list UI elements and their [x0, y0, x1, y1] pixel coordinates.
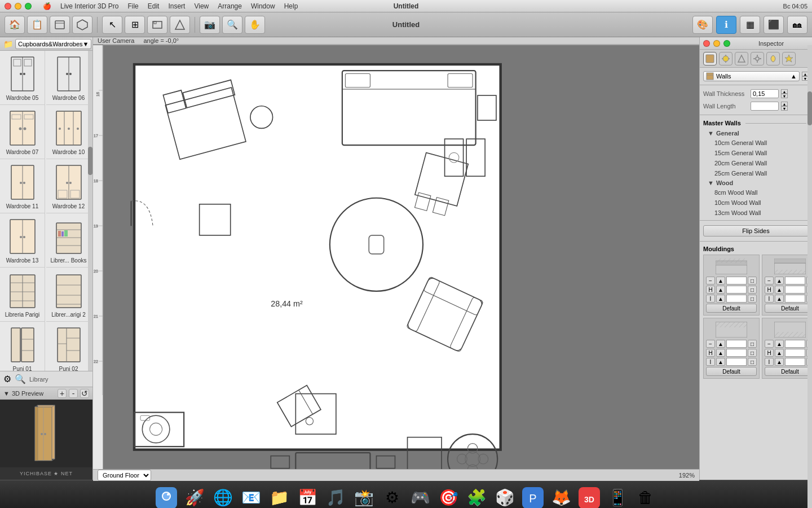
zoom-out-button[interactable]: - — [69, 389, 78, 398]
menu-edit[interactable]: Edit — [148, 2, 160, 10]
dock-app6[interactable]: 🦊 — [548, 485, 574, 509]
moulding-istep-up-4[interactable]: ▲ — [775, 358, 784, 366]
wall-thickness-input[interactable] — [751, 89, 779, 98]
inspector-tab-gear[interactable] — [751, 52, 764, 65]
moulding-input-2[interactable] — [785, 277, 805, 284]
sidebar-folder-icon[interactable]: 📁 — [3, 40, 13, 49]
moulding-hstep-up-1[interactable]: ▲ — [716, 286, 725, 294]
wall-length-input[interactable] — [751, 102, 779, 111]
moulding-hstep-btn-3[interactable]: □ — [748, 349, 757, 357]
floor-plan-viewport[interactable]: 28,44 m² — [103, 45, 699, 469]
preview-header[interactable]: ▼ 3D Preview + - ↺ — [0, 387, 92, 400]
menu-app[interactable]: Live Interior 3D Pro — [60, 2, 118, 10]
sidebar-item-wardrobe06[interactable]: Wardrobe 06 — [46, 51, 91, 105]
moulding-hstep-up-3[interactable]: ▲ — [716, 349, 725, 357]
toolbar-home[interactable]: 🏠 — [5, 16, 25, 34]
moulding-h-input-1[interactable] — [726, 286, 747, 294]
settings-icon[interactable]: ⚙ — [3, 374, 11, 384]
inspector-tab-light2[interactable] — [766, 52, 780, 65]
moulding-istep-btn-3[interactable]: □ — [748, 358, 757, 366]
sidebar-item-libreria-books[interactable]: Librer... Books — [46, 213, 91, 268]
inspector-maximize[interactable] — [723, 40, 730, 47]
toolbar-2d[interactable]: ▦ — [740, 16, 760, 34]
toolbar-camera[interactable]: 📷 — [200, 16, 220, 34]
inspector-tab-lighting[interactable] — [719, 52, 732, 65]
sidebar-item-libreria-arigi2[interactable]: Librer...arigi 2 — [46, 268, 91, 322]
walls-dropdown[interactable]: Walls ▲ — [703, 71, 800, 81]
sidebar-item-wardrobe05[interactable]: Wardrobe 05 — [0, 51, 45, 105]
inspector-tab-materials[interactable] — [735, 52, 748, 65]
general-wall-15[interactable]: 15cm General Wall — [708, 148, 809, 158]
inspector-tab-object[interactable] — [703, 52, 717, 65]
toolbar-select[interactable]: ↖ — [102, 16, 122, 34]
general-wall-20[interactable]: 20cm General Wall — [708, 158, 809, 168]
moulding-hstep-btn-1[interactable]: □ — [748, 286, 757, 294]
wall-length-up[interactable]: ▲ — [781, 102, 788, 106]
moulding-input-3[interactable] — [726, 340, 747, 348]
wall-thickness-up[interactable]: ▲ — [781, 89, 788, 94]
moulding-h-input-3[interactable] — [726, 349, 747, 357]
dock-itunes[interactable]: 🎵 — [323, 485, 348, 509]
category-dropdown[interactable]: Cupboards&Wardrobes ▼ — [15, 39, 91, 49]
dock-photos[interactable]: 📸 — [351, 485, 377, 509]
moulding-minus-4[interactable]: − — [765, 340, 774, 348]
moulding-default-btn-4[interactable]: Default — [765, 367, 812, 376]
toolbar-wall[interactable] — [147, 16, 167, 34]
wood-header[interactable]: ▼ Wood — [708, 178, 809, 187]
moulding-i-input-2[interactable] — [785, 295, 805, 303]
sidebar-item-puni02[interactable]: Puni 02 — [46, 322, 91, 371]
sidebar-item-wardrobe12[interactable]: Wardrobe 12 — [46, 159, 91, 213]
dock-app5[interactable]: P — [520, 485, 546, 509]
menu-arrange[interactable]: Arrange — [218, 2, 242, 10]
general-header[interactable]: ▼ General — [708, 129, 809, 138]
toolbar-shape[interactable] — [170, 16, 190, 34]
moulding-stepper-up-4[interactable]: ▲ — [775, 340, 784, 348]
moulding-h-input-4[interactable] — [785, 349, 805, 357]
sidebar-item-libreria-parigi[interactable]: Libreria Parigi — [0, 268, 45, 322]
menu-view[interactable]: View — [194, 2, 209, 10]
menu-bar[interactable]: 🍎 Live Interior 3D Pro File Edit Insert … — [43, 2, 298, 10]
moulding-hstep-up-2[interactable]: ▲ — [775, 286, 784, 294]
inspector-scrollbar[interactable] — [807, 45, 812, 508]
minimize-button[interactable] — [15, 3, 21, 10]
moulding-stepper-btn-1[interactable]: □ — [748, 277, 757, 284]
moulding-input-1[interactable] — [726, 277, 747, 284]
sidebar-item-wardrobe07[interactable]: Wardrobe 07 — [0, 105, 45, 159]
dock-app2[interactable]: 🎯 — [435, 485, 461, 509]
moulding-istep-up-3[interactable]: ▲ — [716, 358, 725, 366]
sidebar-scrollbar[interactable] — [88, 51, 92, 371]
floor-select[interactable]: Ground Floor — [98, 470, 151, 481]
dock-finder[interactable] — [153, 485, 179, 509]
moulding-i-input-4[interactable] — [785, 358, 805, 366]
toolbar-3d[interactable] — [72, 16, 92, 34]
moulding-stepper-up-1[interactable]: ▲ — [716, 277, 725, 284]
moulding-hstep-up-4[interactable]: ▲ — [775, 349, 784, 357]
dock-launchpad[interactable]: 🚀 — [182, 485, 208, 509]
sidebar-scroll-thumb[interactable] — [88, 147, 92, 175]
moulding-stepper-btn-3[interactable]: □ — [748, 340, 757, 348]
wood-wall-10[interactable]: 10cm Wood Wall — [708, 198, 809, 208]
sidebar-item-wardrobe10[interactable]: Wardrobe 10 — [46, 105, 91, 159]
sidebar-item-puni01[interactable]: Puni 01 — [0, 322, 45, 371]
wall-length-down[interactable]: ▼ — [781, 106, 788, 111]
moulding-default-btn-1[interactable]: Default — [706, 304, 757, 313]
toolbar-room[interactable]: ⊞ — [125, 16, 145, 34]
toolbar-info[interactable]: ℹ — [716, 16, 736, 34]
moulding-stepper-up-3[interactable]: ▲ — [716, 340, 725, 348]
dock-mail[interactable]: 📧 — [238, 485, 264, 509]
dock-app1[interactable]: 🎮 — [407, 485, 433, 509]
moulding-istep-up-2[interactable]: ▲ — [775, 295, 784, 303]
toolbar-materials[interactable]: 🎨 — [692, 16, 713, 34]
reset-button[interactable]: ↺ — [80, 389, 89, 398]
moulding-i-input-1[interactable] — [726, 295, 747, 303]
toolbar-zoom[interactable]: 🔍 — [222, 16, 242, 34]
moulding-default-btn-3[interactable]: Default — [706, 367, 757, 376]
moulding-istep-btn-1[interactable]: □ — [748, 295, 757, 303]
inspector-close[interactable] — [703, 40, 710, 47]
moulding-minus-3[interactable]: − — [706, 340, 715, 348]
dock-trash[interactable]: 🗑 — [633, 485, 659, 509]
menu-file[interactable]: File — [127, 2, 138, 10]
moulding-i-input-3[interactable] — [726, 358, 747, 366]
wood-wall-8[interactable]: 8cm Wood Wall — [708, 187, 809, 198]
sidebar-item-wardrobe11[interactable]: Wardrobe 11 — [0, 159, 45, 213]
